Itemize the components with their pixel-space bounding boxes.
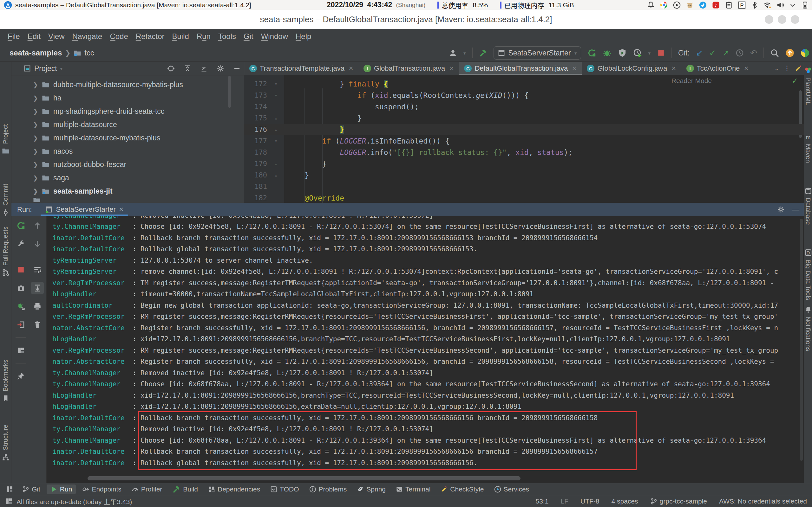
- chevron-right-icon[interactable]: ❯: [33, 81, 38, 89]
- console-line[interactable]: inator.DefaultCore : Rollback global tra…: [47, 458, 804, 469]
- user-icon[interactable]: [449, 49, 457, 57]
- code-line-182[interactable]: 182 @Override: [244, 192, 804, 203]
- breadcrumb-folder[interactable]: tcc: [84, 49, 94, 57]
- cpu-usage-indicator[interactable]: 总使用率 8.5%: [438, 0, 488, 10]
- console-line[interactable]: ty.ChannelManager : Choose [id: 0x68f678…: [47, 435, 804, 447]
- window-title-bar[interactable]: seata-samples – DefaultGlobalTransaction…: [0, 10, 812, 29]
- console-line[interactable]: ty.ChannelManager : Choose [id: 0x68f678…: [47, 379, 804, 390]
- window-minimize-button[interactable]: [765, 15, 773, 24]
- tree-item[interactable]: ❯nacos: [11, 145, 244, 158]
- chevron-right-icon[interactable]: ❯: [33, 161, 38, 168]
- project-panel-header[interactable]: Project ▾: [11, 62, 244, 75]
- chevron-right-icon[interactable]: ❯: [33, 121, 38, 128]
- toolwindow-button-problems[interactable]: Problems: [305, 485, 351, 494]
- status-stack-icon[interactable]: [5, 498, 13, 505]
- sidebar-item-database[interactable]: Database: [804, 187, 812, 225]
- toolwindow-button-git[interactable]: Git: [18, 485, 44, 494]
- menu-run[interactable]: Run: [193, 31, 214, 42]
- tab-close-icon[interactable]: ✕: [449, 65, 454, 72]
- menu-refactor[interactable]: Refactor: [132, 31, 168, 42]
- console-line[interactable]: ver.RegRmProcessor : RM register success…: [47, 311, 804, 323]
- console-line[interactable]: nator.AbstractCore : Register branch suc…: [47, 356, 804, 368]
- attach-debugger-icon[interactable]: [14, 300, 27, 313]
- wifi-icon[interactable]: [763, 1, 771, 9]
- run-minimize-icon[interactable]: —: [792, 205, 799, 214]
- breadcrumb-project[interactable]: seata-samples: [9, 49, 62, 57]
- sidebar-item-project[interactable]: Project: [0, 124, 11, 155]
- menu-window[interactable]: Window: [257, 31, 292, 42]
- hidden-tabs-chevron-icon[interactable]: ⌄: [774, 65, 779, 72]
- run-settings-gear-icon[interactable]: [777, 205, 785, 214]
- tree-item[interactable]: ❯nutzboot-dubbo-fescar: [11, 158, 244, 171]
- expand-all-icon[interactable]: [184, 65, 191, 72]
- console-line[interactable]: inator.DefaultCore : Rollback branch tra…: [47, 233, 804, 244]
- fold-marker-icon[interactable]: ▿: [272, 135, 280, 147]
- sidebar-item-commit[interactable]: Commit: [0, 184, 11, 216]
- run-tab[interactable]: SeataServerStarter ✕: [41, 203, 128, 216]
- console-line[interactable]: inator.DefaultCore : Rollback branch tra…: [47, 412, 804, 424]
- fold-marker-icon[interactable]: ▵: [272, 158, 280, 170]
- console-line[interactable]: hLogHandler : xid=172.17.0.1:8091:209899…: [47, 334, 804, 345]
- console-line[interactable]: nator.AbstractCore : Register branch suc…: [47, 323, 804, 334]
- window-close-button[interactable]: [791, 15, 799, 24]
- tree-item[interactable]: ❯multiple-datasource-mybatis-plus: [11, 131, 244, 145]
- print-icon[interactable]: [31, 300, 44, 313]
- sidebar-item-big-data-tools[interactable]: DBig Data Tools: [804, 249, 812, 300]
- fold-marker-icon[interactable]: ▵: [272, 112, 280, 124]
- clear-all-icon[interactable]: [31, 319, 44, 331]
- tree-item[interactable]: ❯seata-samples-jit: [11, 184, 244, 198]
- console-line[interactable]: inator.DefaultCore : Rollback global tra…: [47, 244, 804, 255]
- menu-tools[interactable]: Tools: [214, 31, 240, 42]
- user-dropdown-icon[interactable]: ▾: [463, 51, 466, 55]
- run-console[interactable]: ty.ChannelManager : Removed inactive [id…: [47, 216, 804, 483]
- chevron-right-icon[interactable]: ❯: [33, 108, 38, 115]
- rerun-icon[interactable]: [588, 49, 596, 57]
- editor-tab-GlobalLockConfig-java[interactable]: CGlobalLockConfig.java✕: [582, 62, 681, 75]
- chevron-right-icon[interactable]: ❯: [33, 187, 38, 195]
- editor-tab-TccActionOne[interactable]: ITccActionOne✕: [681, 62, 754, 75]
- toolwindow-button-run[interactable]: Run: [47, 485, 76, 494]
- rerun-icon[interactable]: [14, 219, 27, 232]
- console-line[interactable]: inator.DefaultCore : Rollback branch tra…: [47, 446, 804, 458]
- toolwindow-button-endpoints[interactable]: Endpoints: [78, 485, 125, 494]
- console-line[interactable]: ver.RegRmProcessor : RM register success…: [47, 345, 804, 356]
- editor-tab-DefaultGlobalTransaction-java[interactable]: CDefaultGlobalTransaction.java✕: [459, 62, 582, 75]
- tab-close-icon[interactable]: ✕: [349, 65, 353, 72]
- commit-icon[interactable]: ✓: [709, 49, 716, 57]
- editor-tab-GlobalTransaction-java[interactable]: IGlobalTransaction.java✕: [358, 62, 459, 75]
- history-icon[interactable]: [735, 49, 744, 57]
- soft-wrap-icon[interactable]: [31, 263, 44, 276]
- code-line-175[interactable]: 175▵ }: [244, 112, 804, 124]
- console-line[interactable]: aultCoordinator : Begin new global trans…: [47, 300, 804, 312]
- code-line-178[interactable]: 178 LOGGER.info("[{}] rollback status: {…: [244, 147, 804, 158]
- tab-close-icon[interactable]: ✕: [572, 65, 577, 72]
- code-line-174[interactable]: 174 suspend();: [244, 101, 804, 112]
- fold-marker-icon[interactable]: ▿: [272, 90, 280, 101]
- pinyin-input-icon[interactable]: P: [738, 1, 746, 9]
- editor-tab-TransactionalTemplate-java[interactable]: CTransactionalTemplate.java✕: [244, 62, 358, 75]
- profiler-icon[interactable]: [633, 49, 642, 57]
- toolwindow-button-todo[interactable]: TODO: [266, 485, 303, 494]
- code-line-181[interactable]: 181: [244, 181, 804, 192]
- thread-dump-icon[interactable]: [14, 282, 27, 294]
- chevron-right-icon[interactable]: ❯: [33, 134, 38, 142]
- tab-options-kebab-icon[interactable]: ⋮: [783, 64, 791, 72]
- fold-marker-icon[interactable]: ▿: [272, 78, 280, 90]
- code-line-180[interactable]: 180▵ }: [244, 170, 804, 181]
- console-line[interactable]: hLogHandler : xid=172.17.0.1:8091:209899…: [47, 401, 804, 412]
- toolwindow-button-checkstyle[interactable]: CheckStyle: [437, 485, 488, 494]
- update-available-icon[interactable]: [785, 49, 794, 57]
- gear-icon[interactable]: [217, 65, 224, 72]
- chevron-right-icon[interactable]: ❯: [33, 95, 38, 102]
- status-widget-utf-8[interactable]: UTF-8: [580, 498, 600, 505]
- console-line[interactable]: ver.RegTmProcessor : TM register success…: [47, 278, 804, 289]
- code-line-179[interactable]: 179▵ }: [244, 158, 804, 170]
- run-tab-close-icon[interactable]: ✕: [119, 206, 124, 213]
- media-player-icon[interactable]: [673, 1, 681, 9]
- toolwindow-button-services[interactable]: Services: [490, 485, 533, 494]
- console-line[interactable]: hLogHandler : xid=172.17.0.1:8091:209899…: [47, 390, 804, 401]
- status-widget-grpc-tcc-sample[interactable]: grpc-tcc-sample: [650, 498, 707, 505]
- search-everywhere-icon[interactable]: [770, 49, 779, 57]
- arrow-down-icon[interactable]: [31, 238, 44, 250]
- console-line[interactable]: tyRemotingServer : 127.0.0.1:53074 to se…: [47, 255, 804, 267]
